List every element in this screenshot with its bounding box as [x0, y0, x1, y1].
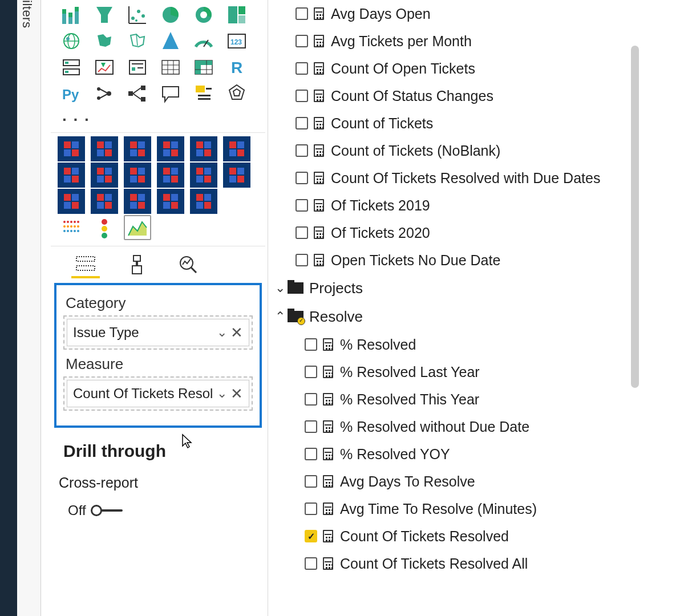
scrollbar[interactable] — [631, 46, 639, 388]
field-item[interactable]: Of Tickets 2020 — [268, 219, 656, 246]
checkbox[interactable] — [296, 7, 308, 20]
custom-visual-stoplight-icon[interactable] — [91, 215, 118, 240]
field-item[interactable]: Avg Tickets per Month — [268, 27, 656, 55]
r-visual-icon[interactable]: R — [223, 55, 250, 80]
custom-visual-icon[interactable] — [223, 136, 250, 161]
custom-visual-icon[interactable] — [157, 136, 184, 161]
field-item[interactable]: % Resolved YOY — [268, 440, 656, 468]
cross-report-toggle[interactable]: Off — [51, 493, 265, 521]
field-item[interactable]: Count Of Tickets Resolved with Due Dates — [268, 164, 656, 192]
analytics-tab[interactable] — [174, 251, 203, 278]
custom-visual-icon[interactable] — [124, 163, 151, 188]
field-item[interactable]: Count of Tickets (NoBlank) — [268, 137, 656, 164]
field-item[interactable]: Count Of Open Tickets — [268, 55, 656, 82]
field-item[interactable]: % Resolved without Due Date — [268, 413, 656, 440]
filled-map-icon[interactable] — [91, 29, 118, 54]
checkbox[interactable] — [305, 420, 317, 433]
scatter-icon[interactable] — [124, 2, 151, 27]
field-item[interactable]: Avg Time To Resolve (Minutes) — [268, 495, 656, 522]
custom-visual-icon[interactable] — [58, 163, 85, 188]
treemap-icon[interactable] — [223, 2, 250, 27]
key-influencers-icon[interactable] — [91, 81, 118, 106]
custom-visual-icon[interactable] — [157, 189, 184, 214]
field-item[interactable]: Open Tickets No Due Date — [268, 246, 656, 274]
gauge-icon[interactable] — [190, 29, 217, 54]
custom-visual-icon[interactable] — [91, 163, 118, 188]
checkbox[interactable] — [305, 338, 317, 351]
custom-visual-dot-grid-icon[interactable] — [58, 215, 85, 240]
custom-visual-icon[interactable] — [91, 136, 118, 161]
funnel-icon[interactable] — [91, 2, 118, 27]
chevron-down-icon[interactable]: ⌄ — [217, 386, 227, 401]
custom-visual-icon[interactable] — [157, 163, 184, 188]
custom-visual-icon[interactable] — [58, 136, 85, 161]
checkbox[interactable] — [296, 254, 308, 266]
decomposition-tree-icon[interactable] — [124, 81, 151, 106]
custom-visual-icon[interactable] — [58, 189, 85, 214]
field-item[interactable]: Count of Tickets — [268, 110, 656, 137]
custom-visual-icon[interactable] — [124, 189, 151, 214]
checkbox[interactable] — [305, 393, 317, 406]
checkbox[interactable] — [305, 448, 317, 460]
custom-visual-icon[interactable] — [124, 136, 151, 161]
stacked-column-icon[interactable] — [58, 2, 85, 27]
checkbox[interactable] — [296, 199, 308, 212]
checkbox[interactable] — [305, 475, 317, 488]
table-resolve[interactable]: ⌃ Resolve — [268, 302, 656, 331]
checkbox[interactable] — [305, 366, 317, 378]
filters-panel-tab[interactable]: ilters — [17, 0, 41, 616]
slicer-icon[interactable] — [124, 55, 151, 80]
smart-narrative-icon[interactable] — [190, 81, 217, 106]
fields-tab[interactable] — [71, 251, 100, 278]
checkbox[interactable] — [305, 530, 317, 542]
table-icon[interactable] — [157, 55, 184, 80]
checkbox[interactable] — [296, 62, 308, 75]
field-item[interactable]: % Resolved — [268, 331, 656, 358]
checkbox[interactable] — [296, 90, 308, 102]
matrix-icon[interactable] — [190, 55, 217, 80]
custom-visual-icon[interactable] — [190, 189, 217, 214]
svg-line-57 — [133, 88, 141, 94]
field-item[interactable]: Avg Days To Resolve — [268, 468, 656, 495]
paginated-report-icon[interactable] — [223, 81, 250, 106]
shape-map-icon[interactable] — [124, 29, 151, 54]
qa-visual-icon[interactable] — [157, 81, 184, 106]
globe-map-icon[interactable] — [58, 29, 85, 54]
multi-row-card-icon[interactable] — [58, 55, 85, 80]
checkbox[interactable] — [305, 557, 317, 570]
remove-field-icon[interactable]: ✕ — [230, 324, 243, 342]
card-icon[interactable]: 123 — [223, 29, 250, 54]
custom-visual-icon[interactable] — [91, 189, 118, 214]
checkbox[interactable] — [296, 172, 308, 184]
checkbox[interactable] — [305, 502, 317, 515]
measure-well[interactable]: Count Of Tickets Resolv ⌄ ✕ — [63, 376, 253, 411]
chevron-down-icon[interactable]: ⌄ — [217, 325, 227, 340]
remove-field-icon[interactable]: ✕ — [230, 385, 243, 403]
custom-visual-line-area-icon[interactable] — [124, 215, 151, 240]
table-projects[interactable]: ⌄ Projects — [268, 274, 656, 302]
checkbox[interactable] — [296, 144, 308, 157]
custom-visual-icon[interactable] — [190, 163, 217, 188]
field-item[interactable]: % Resolved Last Year — [268, 358, 656, 386]
checkbox[interactable] — [296, 35, 308, 47]
field-item[interactable]: Avg Days Open — [268, 0, 656, 27]
category-well[interactable]: Issue Type ⌄ ✕ — [63, 315, 253, 350]
field-item[interactable]: Count Of Tickets Resolved — [268, 522, 656, 550]
checkbox[interactable] — [296, 117, 308, 129]
field-item[interactable]: % Resolved This Year — [268, 386, 656, 413]
python-visual-icon[interactable]: Py — [58, 81, 85, 106]
kpi-icon[interactable] — [91, 55, 118, 80]
field-item[interactable]: Count Of Tickets Resolved All — [268, 550, 656, 577]
donut-icon[interactable] — [190, 2, 217, 27]
pie-icon[interactable] — [157, 2, 184, 27]
custom-visual-icon[interactable] — [223, 163, 250, 188]
field-item[interactable]: Of Tickets 2019 — [268, 192, 656, 219]
more-visuals-ellipsis[interactable]: · · · — [51, 111, 265, 132]
field-item[interactable]: Count Of Status Changes — [268, 82, 656, 110]
category-field-pill[interactable]: Issue Type ⌄ ✕ — [67, 319, 249, 346]
checkbox[interactable] — [296, 226, 308, 239]
custom-visual-icon[interactable] — [190, 136, 217, 161]
azure-map-icon[interactable] — [157, 29, 184, 54]
measure-field-pill[interactable]: Count Of Tickets Resolv ⌄ ✕ — [67, 380, 249, 407]
format-tab[interactable] — [123, 251, 151, 278]
